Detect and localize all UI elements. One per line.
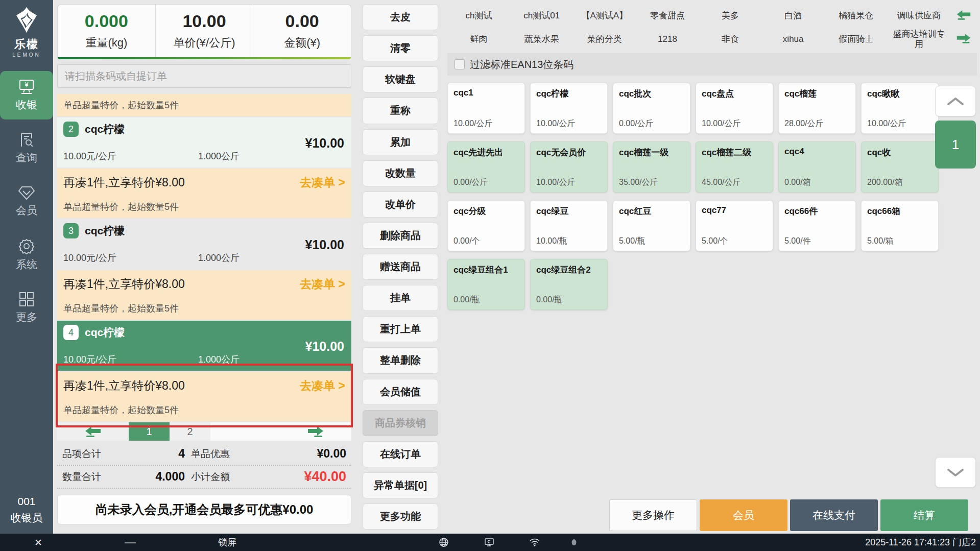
fn-gift-item-button[interactable]: 赠送商品 xyxy=(363,254,438,280)
barcode-search-input[interactable] xyxy=(57,64,351,88)
product-card[interactable]: cqc榴莲28.00/公斤 xyxy=(778,83,856,134)
member-button[interactable]: 会员 xyxy=(700,499,787,531)
fn-member-recharge-button[interactable]: 会员储值 xyxy=(363,379,438,405)
go-bundle-link[interactable]: 去凑单 > xyxy=(300,175,345,190)
fn-reprint-button[interactable]: 重打上单 xyxy=(363,316,438,342)
close-icon[interactable]: ✕ xyxy=(31,534,46,551)
cart-prev-page-button[interactable] xyxy=(57,422,129,441)
product-name: cqc榴莲二级 xyxy=(702,147,767,158)
fn-reweigh-button[interactable]: 重称 xyxy=(363,98,438,124)
product-card[interactable]: cqc瞅瞅10.00/公斤 xyxy=(861,83,939,134)
fn-accumulate-button[interactable]: 累加 xyxy=(363,129,438,155)
fn-hold-order-button[interactable]: 挂单 xyxy=(363,285,438,311)
category-tab[interactable]: 盛商达培训专用 xyxy=(888,28,950,51)
sidebar-item-query[interactable]: 查询 xyxy=(0,124,53,173)
ean-filter-checkbox[interactable] xyxy=(455,59,465,69)
status-dot-icon[interactable] xyxy=(567,534,581,551)
item-unit-price: 10.00元/公斤 xyxy=(63,150,116,162)
wifi-icon[interactable] xyxy=(528,534,542,551)
category-tab[interactable]: 调味供应商 xyxy=(888,4,950,28)
online-pay-button[interactable]: 在线支付 xyxy=(790,499,878,531)
fn-clear-button[interactable]: 清零 xyxy=(363,35,438,61)
product-card[interactable]: cqc绿豆组合10.00/瓶 xyxy=(447,259,525,310)
fn-change-price-button[interactable]: 改单价 xyxy=(363,191,438,218)
product-card[interactable]: cqc柠檬10.00/公斤 xyxy=(530,83,608,134)
brand-logo: 乐檬 LEMON xyxy=(12,6,41,58)
cart-page-1-tab[interactable]: 1 xyxy=(129,422,170,441)
item-index-badge: 4 xyxy=(63,325,79,340)
cart-item-2[interactable]: 2 cqc柠檬 ¥10.00 10.00元/公斤 1.000公斤 xyxy=(57,117,351,167)
fn-change-qty-button[interactable]: 改数量 xyxy=(363,160,438,186)
product-card[interactable]: cqc绿豆组合20.00/瓶 xyxy=(530,259,608,310)
settle-button[interactable]: 结算 xyxy=(880,499,968,531)
cart-item-3[interactable]: 3 cqc柠檬 ¥10.00 10.00元/公斤 1.000公斤 xyxy=(57,219,351,269)
sidebar-item-member[interactable]: 会员 xyxy=(0,177,53,226)
category-tab[interactable]: ch测试01 xyxy=(510,4,573,28)
product-card[interactable]: cqc红豆5.00/瓶 xyxy=(613,200,690,251)
product-page-indicator[interactable]: 1 xyxy=(935,121,976,169)
fn-abnormal-orders-button[interactable]: 异常单据[0] xyxy=(363,472,438,498)
product-card[interactable]: cqc40.00/箱 xyxy=(778,141,856,193)
product-card[interactable]: cqc66箱5.00/箱 xyxy=(861,200,939,251)
cart-panel: 0.000 重量(kg) 10.00 单价(¥/公斤) 0.00 金额(¥) 单… xyxy=(53,0,357,534)
product-card[interactable]: cqc收200.00/箱 xyxy=(861,141,939,193)
minimize-icon[interactable]: — xyxy=(123,534,138,551)
sidebar-menu: ¥ 收银 查询 xyxy=(0,71,53,332)
fn-tare-button[interactable]: 去皮 xyxy=(363,4,438,30)
sidebar-item-more[interactable]: 更多 xyxy=(0,283,53,332)
category-tab[interactable]: 零食甜点 xyxy=(636,4,699,28)
display-icon[interactable] xyxy=(482,534,496,551)
category-tab[interactable]: 【A测试A】 xyxy=(573,4,636,28)
chevron-down-icon xyxy=(946,468,965,477)
scroll-up-button[interactable] xyxy=(935,86,976,116)
product-name: cqc77 xyxy=(702,205,767,215)
category-tab[interactable]: xihua xyxy=(762,28,825,51)
product-card[interactable]: cqc先进先出0.00/公斤 xyxy=(447,141,525,193)
product-card[interactable]: cqc绿豆10.00/瓶 xyxy=(530,200,608,251)
category-tab[interactable]: 1218 xyxy=(636,28,699,51)
go-bundle-link[interactable]: 去凑单 > xyxy=(300,378,345,394)
category-next-button[interactable] xyxy=(956,33,971,46)
product-price: 5.00/个 xyxy=(702,236,728,247)
product-price: 0.00/箱 xyxy=(784,177,811,188)
more-operations-button[interactable]: 更多操作 xyxy=(609,499,697,531)
product-card[interactable]: cqc榴莲一级35.00/公斤 xyxy=(613,141,690,193)
product-card[interactable]: cqc盘点10.00/公斤 xyxy=(696,83,773,134)
category-tab[interactable]: 非食 xyxy=(699,28,762,51)
cart-page-2-tab[interactable]: 2 xyxy=(170,422,210,441)
product-card[interactable]: cqc66件5.00/件 xyxy=(778,200,856,251)
category-tab[interactable]: 橘猫果仓 xyxy=(825,4,888,28)
fn-more-functions-button[interactable]: 更多功能 xyxy=(363,504,438,530)
product-card[interactable]: cqc110.00/公斤 xyxy=(447,83,525,134)
item-index-badge: 2 xyxy=(63,122,79,137)
fn-online-order-button[interactable]: 在线订单 xyxy=(363,441,438,467)
category-prev-button[interactable] xyxy=(956,9,971,22)
network-globe-icon[interactable] xyxy=(437,534,451,551)
go-bundle-link[interactable]: 去凑单 > xyxy=(300,276,345,292)
category-tab[interactable]: 白酒 xyxy=(762,4,825,28)
main-area: 乐檬 LEMON ¥ 收银 xyxy=(0,0,980,534)
category-tab[interactable]: 蔬菜水果 xyxy=(510,28,573,51)
sidebar-item-cashier[interactable]: ¥ 收银 xyxy=(0,71,53,119)
product-card[interactable]: cqc分级0.00/个 xyxy=(447,200,525,251)
product-card[interactable]: cqc榴莲二级45.00/公斤 xyxy=(696,141,773,193)
fn-delete-item-button[interactable]: 删除商品 xyxy=(363,223,438,249)
product-price: 0.00/公斤 xyxy=(453,177,488,188)
cart-next-page-button[interactable] xyxy=(280,422,351,441)
cart-pagination: 1 2 xyxy=(57,422,351,441)
category-tab[interactable]: 鲜肉 xyxy=(447,28,510,51)
product-card[interactable]: cqc775.00/个 xyxy=(696,200,773,251)
fn-soft-keyboard-button[interactable]: 软键盘 xyxy=(363,66,438,92)
category-tab[interactable]: 菜的分类 xyxy=(573,28,636,51)
product-card[interactable]: cqc批次0.00/公斤 xyxy=(613,83,690,134)
category-tab[interactable]: 假面骑士 xyxy=(825,28,888,51)
fn-void-order-button[interactable]: 整单删除 xyxy=(363,347,438,373)
category-tab[interactable]: ch测试 xyxy=(447,4,510,28)
member-notice[interactable]: 尚未录入会员,开通会员最多可优惠¥0.00 xyxy=(57,495,351,524)
product-card[interactable]: cqc无会员价10.00/公斤 xyxy=(530,141,608,193)
cart-item-4-selected[interactable]: 4 cqc柠檬 ¥10.00 10.00元/公斤 1.000公斤 xyxy=(57,321,351,371)
sidebar-item-system[interactable]: 系统 xyxy=(0,230,53,279)
scroll-down-button[interactable] xyxy=(935,457,976,488)
lock-screen-button[interactable]: 锁屏 xyxy=(212,534,243,551)
category-tab[interactable]: 美多 xyxy=(699,4,762,28)
